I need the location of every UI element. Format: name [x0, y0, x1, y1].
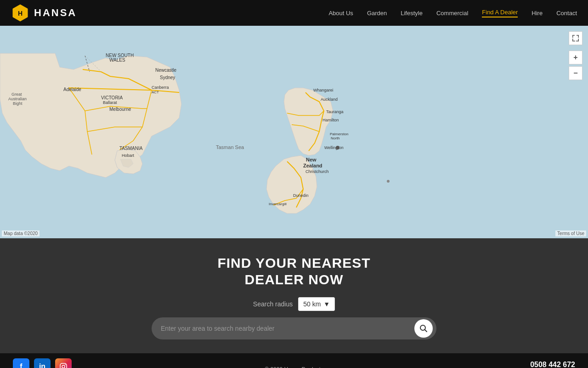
svg-text:Tasman Sea: Tasman Sea	[216, 144, 244, 150]
linkedin-icon[interactable]: in	[34, 358, 51, 368]
svg-text:New: New	[306, 157, 317, 162]
zoom-out-button[interactable]: −	[569, 66, 582, 80]
social-icons: f in	[13, 358, 101, 368]
search-button[interactable]	[414, 319, 433, 338]
svg-text:ACT: ACT	[152, 90, 159, 94]
find-dealer-title: FIND YOUR NEAREST DEALER NOW	[217, 255, 370, 288]
find-dealer-section: FIND YOUR NEAREST DEALER NOW Search radi…	[0, 238, 588, 353]
svg-text:WALES: WALES	[109, 58, 125, 63]
zoom-in-button[interactable]: +	[569, 51, 582, 64]
phone-number[interactable]: 0508 442 672	[530, 361, 575, 368]
svg-text:VICTORIA: VICTORIA	[101, 95, 123, 100]
svg-text:Newcastle: Newcastle	[155, 68, 177, 73]
svg-text:Australian: Australian	[8, 97, 27, 101]
svg-text:Christchurch: Christchurch	[305, 169, 329, 174]
svg-point-35	[62, 365, 65, 368]
dropdown-arrow-icon: ▼	[323, 300, 330, 308]
nav-hire[interactable]: Hire	[531, 10, 543, 17]
svg-text:H: H	[18, 10, 23, 17]
instagram-icon[interactable]	[55, 358, 72, 368]
svg-text:Dunedin: Dunedin	[293, 193, 309, 198]
svg-text:Melbourne: Melbourne	[109, 107, 131, 112]
svg-text:Auckland: Auckland	[321, 97, 338, 102]
footer-left: f in Privacy Policy Warranty Information	[13, 358, 101, 368]
radius-value: 50 km	[303, 300, 321, 308]
svg-text:North: North	[331, 136, 340, 140]
logo-text: HANSA	[34, 7, 77, 19]
site-footer: f in Privacy Policy Warranty Information…	[0, 353, 588, 368]
search-icon	[419, 324, 428, 333]
svg-text:Tauranga: Tauranga	[326, 109, 344, 114]
radius-select[interactable]: 50 km ▼	[298, 297, 335, 311]
svg-point-36	[65, 364, 66, 365]
nav-find-dealer[interactable]: Find A Dealer	[482, 9, 518, 17]
site-header: H HANSA About Us Garden Lifestyle Commer…	[0, 0, 588, 26]
map-svg: Adelaide Sydney Newcastle Canberra ACT N…	[0, 26, 588, 238]
copyright: © 2020 Hansa Products	[265, 366, 323, 368]
search-radius-label: Search radius	[253, 300, 293, 308]
svg-text:Hamilton: Hamilton	[322, 118, 339, 122]
logo-icon: H	[11, 4, 29, 22]
logo[interactable]: H HANSA	[11, 4, 77, 22]
search-input[interactable]	[161, 325, 414, 332]
search-radius-row: Search radius 50 km ▼	[253, 297, 335, 311]
map-terms[interactable]: Terms of Use	[555, 230, 586, 236]
zoom-in-icon: +	[573, 53, 577, 62]
map-controls: + −	[569, 31, 582, 80]
svg-point-31	[336, 146, 339, 150]
instagram-symbol	[59, 362, 68, 368]
fullscreen-button[interactable]	[569, 31, 582, 45]
map-attribution: Map data ©2020	[2, 230, 40, 236]
svg-point-32	[387, 180, 390, 183]
footer-center: © 2020 Hansa Products Website by Dynamo6	[265, 366, 323, 368]
nav-about[interactable]: About Us	[328, 10, 353, 17]
svg-text:Canberra: Canberra	[152, 85, 169, 90]
svg-text:TASMANIA: TASMANIA	[119, 146, 143, 151]
search-bar	[152, 317, 436, 339]
facebook-icon[interactable]: f	[13, 358, 29, 368]
svg-text:Ballarat: Ballarat	[103, 100, 117, 105]
zoom-out-icon: −	[573, 69, 577, 77]
main-nav: About Us Garden Lifestyle Commercial Fin…	[328, 9, 577, 17]
svg-text:Whangarei: Whangarei	[313, 88, 334, 92]
nav-commercial[interactable]: Commercial	[436, 10, 468, 17]
svg-text:Hobart: Hobart	[122, 153, 135, 158]
svg-text:Invercargill: Invercargill	[269, 202, 287, 206]
svg-text:Great: Great	[11, 92, 22, 97]
svg-rect-34	[60, 363, 67, 368]
svg-text:Palmerston: Palmerston	[330, 132, 348, 136]
nav-garden[interactable]: Garden	[367, 10, 387, 17]
nav-lifestyle[interactable]: Lifestyle	[401, 10, 423, 17]
nav-contact[interactable]: Contact	[556, 10, 577, 17]
svg-text:Adelaide: Adelaide	[63, 87, 81, 92]
svg-text:Zealand: Zealand	[303, 163, 322, 168]
footer-right: 0508 442 672 New Zealand ▼	[511, 361, 575, 368]
map-container[interactable]: Adelaide Sydney Newcastle Canberra ACT N…	[0, 26, 588, 238]
svg-text:Bight: Bight	[13, 101, 23, 106]
svg-text:Sydney: Sydney	[160, 75, 175, 80]
svg-text:Wellington: Wellington	[324, 145, 344, 150]
